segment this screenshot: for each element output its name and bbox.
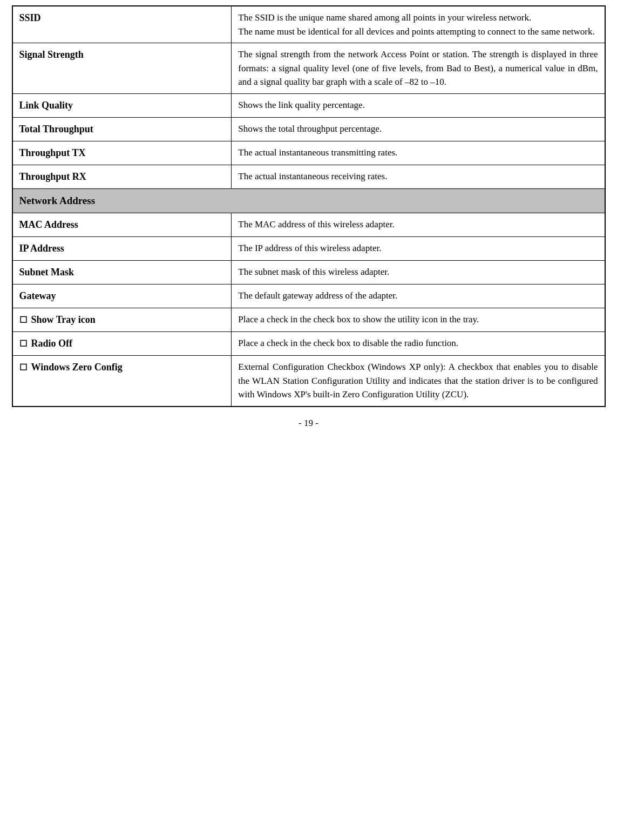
right-cell-link-quality: Shows the link quality percentage. <box>232 93 605 117</box>
page-number: - 19 - <box>299 418 318 429</box>
right-cell-show-tray-icon: Place a check in the check box to show t… <box>232 308 605 332</box>
main-table-wrapper: SSIDThe SSID is the unique name shared a… <box>12 5 606 407</box>
left-cell-ip-address: IP Address <box>12 237 232 261</box>
table-row-radio-off: ☐ Radio OffPlace a check in the check bo… <box>12 332 605 356</box>
left-cell-throughput-rx: Throughput RX <box>12 165 232 188</box>
right-cell-windows-zero-config: External Configuration Checkbox (Windows… <box>232 356 605 407</box>
left-label-radio-off: Radio Off <box>31 338 73 349</box>
left-cell-link-quality: Link Quality <box>12 93 232 117</box>
right-cell-ssid: The SSID is the unique name shared among… <box>232 6 605 43</box>
table-row-throughput-tx: Throughput TXThe actual instantaneous tr… <box>12 141 605 165</box>
checkbox-icon-show-tray-icon[interactable]: ☐ <box>19 315 29 324</box>
left-cell-gateway: Gateway <box>12 284 232 308</box>
right-cell-gateway: The default gateway address of the adapt… <box>232 284 605 308</box>
left-cell-show-tray-icon: ☐ Show Tray icon <box>12 308 232 332</box>
left-cell-signal-strength: Signal Strength <box>12 43 232 94</box>
section-header-network-address-header: Network Address <box>12 188 605 213</box>
section-header-label-network-address-header: Network Address <box>12 188 605 213</box>
right-cell-mac-address: The MAC address of this wireless adapter… <box>232 213 605 237</box>
right-cell-radio-off: Place a check in the check box to disabl… <box>232 332 605 356</box>
table-row-subnet-mask: Subnet MaskThe subnet mask of this wirel… <box>12 261 605 284</box>
table-row-ip-address: IP AddressThe IP address of this wireles… <box>12 237 605 261</box>
table-row-windows-zero-config: ☐ Windows Zero ConfigExternal Configurat… <box>12 356 605 407</box>
left-cell-mac-address: MAC Address <box>12 213 232 237</box>
right-cell-signal-strength: The signal strength from the network Acc… <box>232 43 605 94</box>
right-cell-subnet-mask: The subnet mask of this wireless adapter… <box>232 261 605 284</box>
table-row-gateway: GatewayThe default gateway address of th… <box>12 284 605 308</box>
table-row-throughput-rx: Throughput RXThe actual instantaneous re… <box>12 165 605 188</box>
checkbox-icon-radio-off[interactable]: ☐ <box>19 339 29 348</box>
right-cell-throughput-rx: The actual instantaneous receiving rates… <box>232 165 605 188</box>
table-row-signal-strength: Signal StrengthThe signal strength from … <box>12 43 605 94</box>
right-cell-total-throughput: Shows the total throughput percentage. <box>232 117 605 141</box>
left-cell-subnet-mask: Subnet Mask <box>12 261 232 284</box>
left-cell-ssid: SSID <box>12 6 232 43</box>
left-cell-radio-off: ☐ Radio Off <box>12 332 232 356</box>
reference-table: SSIDThe SSID is the unique name shared a… <box>12 5 606 407</box>
right-cell-ip-address: The IP address of this wireless adapter. <box>232 237 605 261</box>
left-cell-total-throughput: Total Throughput <box>12 117 232 141</box>
table-row-show-tray-icon: ☐ Show Tray iconPlace a check in the che… <box>12 308 605 332</box>
table-row-ssid: SSIDThe SSID is the unique name shared a… <box>12 6 605 43</box>
table-row-mac-address: MAC AddressThe MAC address of this wirel… <box>12 213 605 237</box>
table-row-link-quality: Link QualityShows the link quality perce… <box>12 93 605 117</box>
checkbox-icon-windows-zero-config[interactable]: ☐ <box>19 363 29 372</box>
left-cell-throughput-tx: Throughput TX <box>12 141 232 165</box>
left-label-windows-zero-config: Windows Zero Config <box>31 362 123 372</box>
table-row-total-throughput: Total ThroughputShows the total throughp… <box>12 117 605 141</box>
right-cell-throughput-tx: The actual instantaneous transmitting ra… <box>232 141 605 165</box>
left-label-show-tray-icon: Show Tray icon <box>31 314 96 325</box>
left-cell-windows-zero-config: ☐ Windows Zero Config <box>12 356 232 407</box>
